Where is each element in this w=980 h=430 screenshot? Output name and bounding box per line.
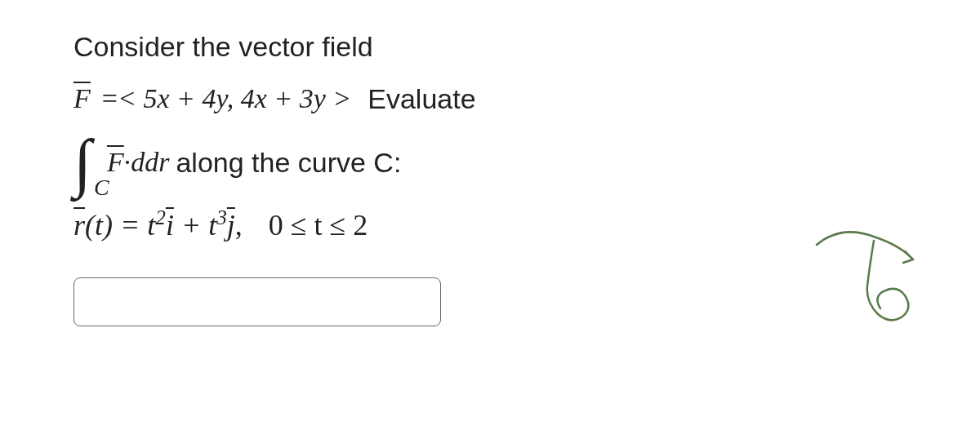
along-curve-text: along the curve C:	[176, 140, 401, 184]
parameter-bounds: 0 ≤ t ≤ 2	[269, 209, 368, 242]
i-unit-vector: i	[166, 202, 174, 250]
equals-sign: =	[102, 77, 118, 121]
evaluate-label: Evaluate	[368, 77, 475, 121]
dot-product: ·	[124, 140, 131, 184]
intro-text: Consider the vector field	[74, 24, 906, 69]
r-vector: r	[74, 202, 85, 250]
vector-F: F	[74, 77, 91, 121]
integral-expression: ∫ C F · ddr along the curve C:	[74, 130, 906, 195]
j-unit-vector: j	[227, 202, 235, 250]
answer-input[interactable]	[74, 277, 441, 326]
vector-field-definition: F = < 5x + 4y, 4x + 3y > Evaluate	[74, 77, 906, 121]
integral-sign: ∫ C	[74, 130, 91, 195]
sketch-path	[817, 232, 913, 320]
field-expression: < 5x + 4y, 4x + 3y >	[118, 77, 351, 121]
integral-subscript: C	[94, 176, 109, 199]
handwritten-sketch	[808, 220, 939, 326]
dr-symbol: ddr	[131, 140, 169, 184]
curve-parametrization: r(t) = t2i + t3j, 0 ≤ t ≤ 2	[74, 202, 906, 250]
problem-container: Consider the vector field F = < 5x + 4y,…	[74, 24, 906, 326]
integrand-F: F	[107, 140, 124, 184]
sketch-svg	[808, 220, 939, 326]
